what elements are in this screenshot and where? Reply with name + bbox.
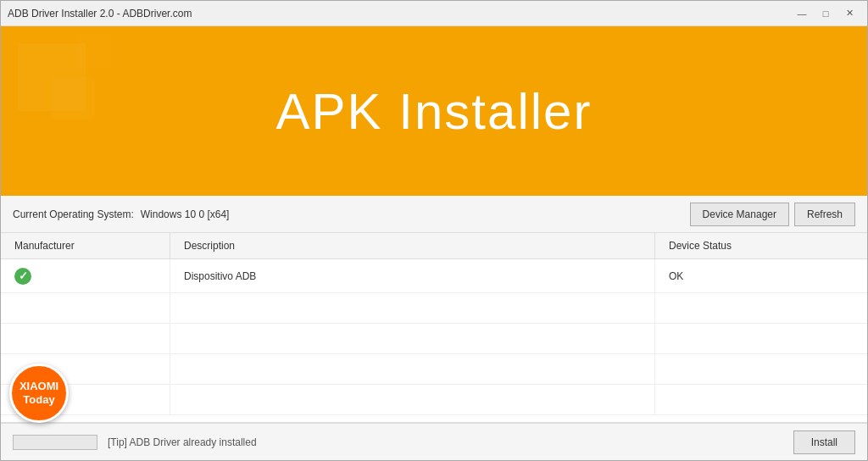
window-controls: — □ ✕: [791, 6, 860, 21]
table-empty-row-1: [1, 293, 867, 324]
title-bar: ADB Driver Installer 2.0 - ADBDriver.com…: [1, 1, 867, 26]
check-icon: ✓: [14, 268, 31, 285]
watermark-mi: Today: [23, 393, 54, 407]
device-table: Manufacturer Description Device Status ✓…: [1, 233, 867, 423]
cell-status: OK: [655, 259, 867, 292]
install-button[interactable]: Install: [793, 430, 855, 454]
close-button[interactable]: ✕: [838, 6, 860, 21]
watermark-logo: XIAOMI Today: [9, 364, 69, 423]
table-empty-row-2: [1, 324, 867, 354]
device-manager-button[interactable]: Device Manager: [690, 203, 789, 226]
os-bar: Current Operating System: Windows 10 0 […: [1, 196, 867, 233]
os-buttons: Device Manager Refresh: [690, 203, 855, 226]
table-empty-row-4: [1, 385, 867, 415]
os-label: Current Operating System:: [13, 208, 134, 220]
refresh-button[interactable]: Refresh: [794, 203, 855, 226]
bottom-bar: [Tip] ADB Driver already installed Insta…: [1, 423, 867, 460]
cell-manufacturer: ✓: [1, 259, 170, 292]
main-window: ADB Driver Installer 2.0 - ADBDriver.com…: [0, 0, 868, 461]
table-row[interactable]: ✓ Dispositivo ADB OK: [1, 259, 867, 293]
watermark-xiao: XIAOMI: [19, 380, 58, 393]
progress-bar: [13, 435, 97, 450]
window-title: ADB Driver Installer 2.0 - ADBDriver.com: [8, 8, 192, 19]
content-area: Current Operating System: Windows 10 0 […: [1, 196, 867, 460]
cell-description: Dispositivo ADB: [170, 259, 655, 292]
banner-title: APK Installer: [276, 82, 593, 141]
header-description: Description: [170, 233, 655, 258]
table-header: Manufacturer Description Device Status: [1, 233, 867, 259]
tip-text: [Tip] ADB Driver already installed: [108, 436, 783, 448]
header-manufacturer: Manufacturer: [1, 233, 170, 258]
table-empty-row-3: [1, 354, 867, 385]
watermark: XIAOMI Today: [9, 364, 69, 423]
minimize-button[interactable]: —: [791, 6, 813, 21]
maximize-button[interactable]: □: [815, 6, 837, 21]
os-value: Windows 10 0 [x64]: [141, 208, 230, 220]
banner: APK Installer: [1, 26, 867, 196]
header-status: Device Status: [655, 233, 867, 258]
